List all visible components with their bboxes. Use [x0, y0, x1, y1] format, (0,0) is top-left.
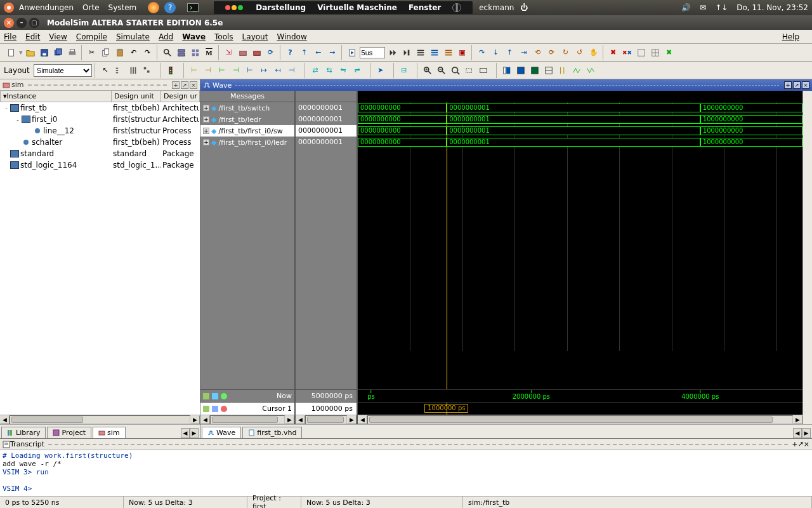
wave-pane-title[interactable]: Wave + ↗ × — [200, 79, 812, 91]
vm-pause-icon[interactable]: ‖ — [452, 3, 461, 12]
tab-wave[interactable]: Wave — [202, 427, 241, 438]
rtabs-next-icon[interactable]: ▶ — [802, 428, 811, 438]
sel-rows-icon[interactable] — [113, 64, 126, 77]
multi-save-icon[interactable] — [52, 46, 65, 59]
wave-hscroll[interactable]: ◀▶ — [358, 415, 802, 424]
link-b-icon[interactable]: ⇆ — [323, 64, 336, 77]
print-icon[interactable] — [66, 46, 79, 59]
pointer-icon[interactable]: ↖ — [99, 64, 112, 77]
find-icon[interactable] — [161, 46, 174, 59]
signal-expand-icon[interactable]: + — [203, 105, 209, 111]
wave-signal-row[interactable]: +◆/first_tb/first_i0/sw — [200, 125, 294, 137]
step-run-icon[interactable]: ⇥ — [518, 46, 530, 59]
scroll-right-icon[interactable]: ▶ — [190, 415, 200, 424]
zoom-out-icon[interactable] — [435, 64, 448, 77]
wave-signal-row[interactable]: +◆/first_tb/ledr — [200, 114, 294, 125]
remove-cursor-icon[interactable] — [221, 406, 227, 412]
run-list1-icon[interactable] — [414, 46, 427, 59]
run-all-icon[interactable] — [386, 46, 399, 59]
undo-icon[interactable]: ↶ — [128, 46, 140, 59]
zoom-back-icon[interactable] — [477, 64, 490, 77]
sim-pane-close-icon[interactable]: × — [190, 81, 197, 89]
network-icon[interactable]: ↑↓ — [715, 3, 728, 12]
toolbox2-icon[interactable] — [251, 46, 263, 59]
zoom-full-icon[interactable] — [449, 64, 462, 77]
vm-menu-machine[interactable]: Virtuelle Maschine — [317, 3, 397, 12]
sim-pane-title[interactable]: sim + ↗ × — [0, 79, 200, 91]
toolbox-icon[interactable] — [237, 46, 249, 59]
menu-tools[interactable]: Tools — [214, 32, 233, 41]
compile-all-icon[interactable] — [189, 46, 202, 59]
wave-signal-row[interactable]: +◆/first_tb/switch — [200, 102, 294, 114]
wave-cursor-value[interactable]: 1000000 ps — [296, 402, 357, 415]
mail-icon[interactable]: ✉ — [700, 3, 706, 12]
rtabs-prev-icon[interactable]: ◀ — [793, 428, 802, 438]
sel-both-icon[interactable] — [141, 64, 154, 77]
tree-row[interactable]: standardstandardPackage — [0, 148, 200, 159]
signal-expand-icon[interactable]: + — [203, 139, 209, 145]
help2-icon[interactable]: ? — [284, 46, 297, 59]
left-arrow-icon[interactable]: ← — [312, 46, 325, 59]
tree-expander-icon[interactable]: - — [3, 105, 10, 112]
tree-row[interactable]: std_logic_1164std_logic_1...Package — [0, 159, 200, 171]
up-arrow-icon[interactable]: ↑ — [298, 46, 311, 59]
firefox-icon[interactable] — [148, 2, 159, 13]
wave-canvas[interactable]: 0000000000000000000110000000000000000000… — [358, 91, 802, 424]
wave-track[interactable]: 000000000000000000011000000000 — [358, 102, 802, 114]
goto-icon[interactable]: ➤ — [374, 64, 387, 77]
cursor-c4-icon[interactable]: ⊣ — [285, 64, 298, 77]
wave-signal-row[interactable]: +◆/first_tb/first_i0/ledr — [200, 137, 294, 148]
collapse-icon[interactable]: ⊟ — [398, 64, 410, 77]
help-icon[interactable]: ? — [164, 2, 176, 13]
wave-signal-column[interactable]: Messages +◆/first_tb/switch+◆/first_tb/l… — [200, 91, 296, 424]
link-a-icon[interactable]: ⇄ — [309, 64, 322, 77]
paste-icon[interactable] — [114, 46, 126, 59]
wave-view4-icon[interactable] — [542, 64, 555, 77]
transcript-close-icon[interactable]: × — [804, 440, 809, 448]
link-c-icon[interactable]: ⇋ — [337, 64, 350, 77]
break-icon[interactable]: ▣ — [456, 46, 469, 59]
grid-icon[interactable] — [649, 46, 662, 59]
right-arrow-icon[interactable]: → — [326, 46, 339, 59]
step-out-icon[interactable]: ↑ — [504, 46, 516, 59]
window-titlebar[interactable]: × – ▢ ModelSim ALTERA STARTER EDITION 6.… — [0, 15, 812, 30]
restart2-icon[interactable]: ⟳ — [546, 46, 558, 59]
vm-menu-display[interactable]: Darstellung — [256, 3, 306, 12]
wave-view7-icon[interactable] — [584, 64, 597, 77]
sim-pane-undock-icon[interactable]: ↗ — [181, 81, 188, 89]
hand-icon[interactable]: ✋ — [587, 46, 600, 59]
wave-cursor-line[interactable] — [447, 102, 447, 389]
window-maximize-icon[interactable]: ▢ — [29, 18, 39, 28]
tab-first-tb-vhd[interactable]: first_tb.vhd — [242, 427, 302, 438]
copy-icon[interactable] — [100, 46, 112, 59]
step-in-icon[interactable]: ↓ — [490, 46, 502, 59]
transcript-title[interactable]: Transcript + ↗ × — [0, 439, 812, 450]
run-icon[interactable] — [346, 46, 358, 59]
wave-value-column[interactable]: 0000000001000000000100000000010000000001… — [296, 91, 358, 424]
gnome-user[interactable]: eckmann — [479, 3, 514, 12]
menu-wave[interactable]: Wave — [182, 32, 206, 41]
restart3-icon[interactable]: ↻ — [560, 46, 572, 59]
cursor-b1-icon[interactable]: ⊢ — [216, 64, 228, 77]
refresh-icon[interactable]: ⟳ — [265, 46, 277, 59]
xx-icon[interactable]: ✖✖ — [621, 46, 634, 59]
menu-view[interactable]: View — [49, 32, 67, 41]
menu-add[interactable]: Add — [159, 32, 173, 41]
new-file-icon[interactable] — [5, 46, 18, 59]
transcript-add-icon[interactable]: + — [792, 440, 797, 448]
save-icon[interactable] — [38, 46, 51, 59]
sig-hscroll[interactable]: ◀▶ — [200, 415, 294, 424]
scroll-left-icon[interactable]: ◀ — [0, 415, 10, 424]
run-list2-icon[interactable] — [428, 46, 441, 59]
step-over-icon[interactable]: ↷ — [476, 46, 488, 59]
tree-row[interactable]: schalterfirst_tb(beh)Process — [0, 137, 200, 148]
sim-pane-add-icon[interactable]: + — [172, 81, 180, 89]
signal-expand-icon[interactable]: + — [203, 116, 209, 123]
cursor-c1-icon[interactable]: ⊢ — [244, 64, 256, 77]
window-minimize-icon[interactable]: – — [16, 18, 27, 28]
run-continue-icon[interactable] — [400, 46, 413, 59]
cursor-b2-icon[interactable]: ⊣ — [230, 64, 242, 77]
cursor-c2-icon[interactable]: ↦ — [258, 64, 270, 77]
link-d-icon[interactable]: ⇌ — [351, 64, 363, 77]
tabs-next-icon[interactable]: ▶ — [190, 428, 199, 438]
